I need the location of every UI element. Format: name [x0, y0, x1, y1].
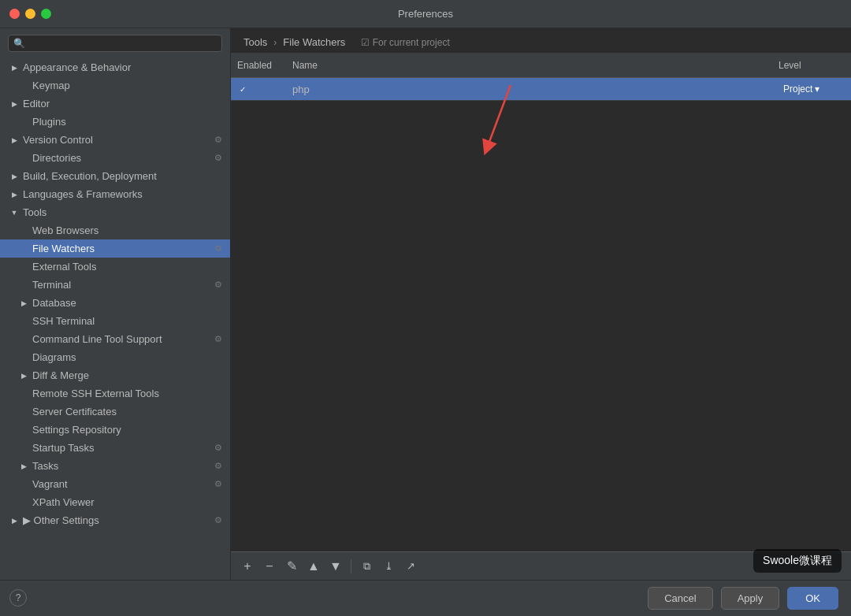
sidebar-item-label: Remote SSH External Tools: [32, 388, 159, 399]
sidebar-item-vagrant[interactable]: Vagrant ⚙: [0, 475, 230, 493]
import-button[interactable]: ⤓: [378, 556, 399, 577]
arrow-icon: ▶: [19, 462, 28, 470]
settings-icon: ⚙: [214, 479, 222, 489]
search-icon: 🔍: [13, 38, 25, 49]
bottom-bar: ? Cancel Apply OK: [0, 580, 851, 616]
export-button[interactable]: ↗: [400, 556, 421, 577]
sidebar-item-settings-repo[interactable]: Settings Repository: [0, 421, 230, 439]
sidebar-item-plugins[interactable]: Plugins: [0, 113, 230, 131]
col-header-enabled: Enabled: [231, 57, 286, 74]
table-header: Enabled Name Level: [231, 54, 851, 78]
level-dropdown[interactable]: Project ▾: [779, 82, 824, 96]
close-button[interactable]: [9, 9, 20, 19]
edit-button[interactable]: ✎: [281, 556, 302, 577]
sidebar-item-label: Build, Execution, Deployment: [23, 170, 157, 182]
sidebar-item-build[interactable]: ▶ Build, Execution, Deployment: [0, 167, 230, 185]
sidebar-item-tools[interactable]: ▼ Tools: [0, 203, 230, 221]
sidebar-item-tasks[interactable]: ▶ Tasks ⚙: [0, 457, 230, 475]
sidebar-item-label: Languages & Frameworks: [23, 188, 143, 200]
arrow-icon: ▶: [9, 64, 19, 72]
maximize-button[interactable]: [41, 9, 51, 19]
sidebar-item-xpath-viewer[interactable]: XPath Viewer: [0, 493, 230, 511]
sidebar-item-label: Appearance & Behavior: [23, 61, 131, 73]
sidebar-item-label: Plugins: [32, 116, 66, 128]
sidebar-item-label: Diagrams: [32, 351, 76, 363]
sidebar-item-diff-merge[interactable]: ▶ Diff & Merge: [0, 366, 230, 384]
sidebar-item-label: Editor: [23, 98, 50, 109]
apply-button[interactable]: Apply: [721, 587, 780, 610]
level-value: Project: [783, 83, 812, 95]
add-button[interactable]: +: [237, 556, 258, 577]
help-button[interactable]: ?: [9, 589, 27, 607]
cell-enabled[interactable]: ✓: [231, 78, 286, 100]
sidebar-item-label: Version Control: [23, 134, 93, 146]
copy-button[interactable]: ⧉: [356, 556, 377, 577]
sidebar-item-label: Server Certificates: [32, 406, 117, 417]
arrow-icon: ▶: [9, 100, 19, 108]
sidebar-item-web-browsers[interactable]: Web Browsers: [0, 221, 230, 239]
table-toolbar: + − ✎ ▲ ▼ ⧉ ⤓ ↗: [231, 551, 851, 580]
settings-icon: ⚙: [214, 243, 222, 254]
move-up-button[interactable]: ▲: [303, 556, 324, 577]
minimize-button[interactable]: [25, 9, 35, 19]
for-project-label[interactable]: For current project: [361, 37, 449, 48]
table-row[interactable]: ✓ php Project ▾: [231, 78, 851, 101]
sidebar-item-label: Web Browsers: [32, 225, 98, 236]
sidebar: 🔍 ▶ Appearance & Behavior Keymap ▶ Edito…: [0, 28, 231, 580]
sidebar-item-startup-tasks[interactable]: Startup Tasks ⚙: [0, 439, 230, 457]
cell-level: Project ▾: [772, 78, 851, 100]
separator: [351, 559, 351, 573]
dropdown-arrow-icon: ▾: [815, 83, 819, 95]
sidebar-item-directories[interactable]: Directories ⚙: [0, 149, 230, 167]
settings-icon: ⚙: [214, 280, 222, 290]
sidebar-item-label: Keymap: [32, 80, 70, 91]
arrow-icon: ▶: [19, 299, 28, 307]
cancel-button[interactable]: Cancel: [648, 587, 712, 610]
sidebar-item-label: Directories: [32, 152, 81, 164]
checkbox-checked[interactable]: ✓: [237, 83, 248, 95]
sidebar-item-terminal[interactable]: Terminal ⚙: [0, 276, 230, 294]
sidebar-item-label: File Watchers: [32, 243, 95, 254]
sidebar-item-label: Settings Repository: [32, 424, 121, 436]
arrow-icon: ▶: [9, 191, 19, 199]
sidebar-item-appearance[interactable]: ▶ Appearance & Behavior: [0, 58, 230, 76]
main-container: 🔍 ▶ Appearance & Behavior Keymap ▶ Edito…: [0, 28, 851, 580]
search-box[interactable]: 🔍: [8, 35, 222, 52]
sidebar-item-file-watchers[interactable]: File Watchers ⚙: [0, 239, 230, 258]
arrow-icon: ▶: [9, 173, 19, 180]
sidebar-item-diagrams[interactable]: Diagrams: [0, 348, 230, 366]
arrow-icon: ▼: [9, 209, 19, 217]
sidebar-item-database[interactable]: ▶ Database: [0, 294, 230, 312]
breadcrumb-current: File Watchers: [283, 36, 345, 48]
sidebar-item-other-settings[interactable]: ▶ ▶ Other Settings ⚙: [0, 511, 230, 529]
table-container: Enabled Name Level ✓ php Project ▾: [231, 54, 851, 551]
content-header: Tools › File Watchers For current projec…: [231, 28, 851, 54]
sidebar-item-label: Database: [32, 297, 76, 309]
col-header-level: Level: [772, 57, 851, 74]
sidebar-item-label: ▶ Other Settings: [23, 514, 99, 526]
sidebar-item-editor[interactable]: ▶ Editor: [0, 95, 230, 113]
sidebar-item-ssh-terminal[interactable]: SSH Terminal: [0, 312, 230, 330]
settings-icon: ⚙: [214, 135, 222, 145]
sidebar-item-version-control[interactable]: ▶ Version Control ⚙: [0, 131, 230, 149]
settings-icon: ⚙: [214, 461, 222, 471]
col-header-name: Name: [286, 57, 772, 74]
ok-button[interactable]: OK: [787, 587, 838, 610]
search-input[interactable]: [29, 38, 217, 49]
sidebar-item-label: Tasks: [32, 460, 58, 472]
sidebar-item-remote-ssh[interactable]: Remote SSH External Tools: [0, 384, 230, 403]
remove-button[interactable]: −: [259, 556, 280, 577]
window-controls[interactable]: [9, 9, 51, 19]
settings-icon: ⚙: [214, 153, 222, 163]
sidebar-item-external-tools[interactable]: External Tools: [0, 258, 230, 276]
sidebar-item-server-certs[interactable]: Server Certificates: [0, 403, 230, 421]
sidebar-item-label: Tools: [23, 206, 46, 218]
sidebar-item-keymap[interactable]: Keymap: [0, 76, 230, 95]
breadcrumb-parent: Tools: [243, 36, 267, 48]
move-down-button[interactable]: ▼: [325, 556, 346, 577]
settings-icon: ⚙: [214, 515, 222, 525]
sidebar-item-cmd-line-tool[interactable]: Command Line Tool Support ⚙: [0, 330, 230, 348]
sidebar-item-languages[interactable]: ▶ Languages & Frameworks: [0, 185, 230, 203]
sidebar-item-label: XPath Viewer: [32, 496, 95, 508]
content-wrapper: Enabled Name Level ✓ php Project ▾: [231, 54, 851, 580]
